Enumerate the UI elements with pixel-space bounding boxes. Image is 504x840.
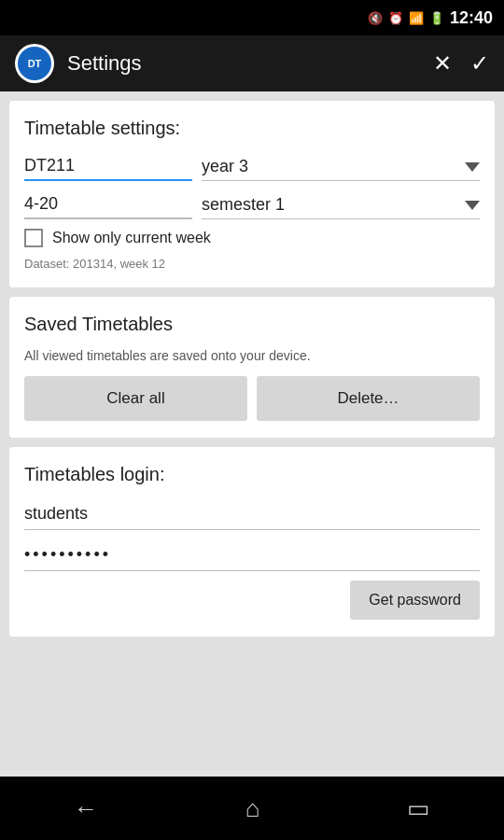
action-bar: DT Settings ✕ ✓ <box>0 35 504 91</box>
saved-timetables-card: Saved Timetables All viewed timetables a… <box>9 297 495 438</box>
get-password-row: Get password <box>24 581 480 620</box>
username-input[interactable] <box>24 498 480 530</box>
status-time: 12:40 <box>450 8 493 28</box>
week-range-input[interactable] <box>24 190 192 219</box>
battery-icon: 🔋 <box>429 11 444 25</box>
action-bar-actions: ✕ ✓ <box>433 50 489 77</box>
app-logo: DT <box>15 44 54 83</box>
timetable-settings-card: Timetable settings: year 3 semester 1 Sh… <box>9 101 495 287</box>
password-field <box>24 539 480 571</box>
alarm-icon: ⏰ <box>388 11 403 25</box>
saved-timetables-desc: All viewed timetables are saved onto you… <box>24 348 480 363</box>
username-field <box>24 498 480 530</box>
timetable-settings-title: Timetable settings: <box>24 118 480 139</box>
home-icon[interactable]: ⌂ <box>245 794 260 823</box>
status-bar: 🔇 ⏰ 📶 🔋 12:40 <box>0 0 504 35</box>
semester-dropdown-arrow <box>465 201 480 210</box>
year-value: year 3 <box>202 157 459 176</box>
course-code-input[interactable] <box>24 152 192 181</box>
year-dropdown[interactable]: year 3 <box>202 153 480 181</box>
semester-dropdown[interactable]: semester 1 <box>202 191 480 219</box>
timetables-login-title: Timetables login: <box>24 464 480 485</box>
current-week-label: Show only current week <box>52 230 211 246</box>
recent-icon[interactable]: ▭ <box>407 794 430 823</box>
status-icons: 🔇 ⏰ 📶 🔋 12:40 <box>368 8 493 28</box>
current-week-checkbox[interactable] <box>24 229 43 247</box>
confirm-icon[interactable]: ✓ <box>470 50 489 77</box>
dataset-info: Dataset: 201314, week 12 <box>24 257 480 271</box>
current-week-row: Show only current week <box>24 229 480 247</box>
year-dropdown-arrow <box>465 162 480 172</box>
clear-all-button[interactable]: Clear all <box>24 376 247 421</box>
signal-icon: 📶 <box>409 11 424 25</box>
timetables-login-card: Timetables login: Get password <box>9 447 495 637</box>
week-range-field <box>24 190 192 219</box>
action-bar-title: Settings <box>67 51 433 76</box>
delete-button[interactable]: Delete… <box>257 376 480 421</box>
logo-inner: DT <box>18 47 51 80</box>
password-input[interactable] <box>24 539 480 571</box>
content-area: Timetable settings: year 3 semester 1 Sh… <box>0 91 504 777</box>
week-row: semester 1 <box>24 190 480 219</box>
bottom-nav: ← ⌂ ▭ <box>0 777 504 840</box>
close-icon[interactable]: ✕ <box>433 50 452 77</box>
saved-timetables-title: Saved Timetables <box>24 314 480 335</box>
course-row: year 3 <box>24 152 480 181</box>
mute-icon: 🔇 <box>368 11 383 25</box>
back-icon[interactable]: ← <box>74 794 98 823</box>
semester-value: semester 1 <box>202 195 459 215</box>
course-code-field <box>24 152 192 181</box>
timetables-buttons-row: Clear all Delete… <box>24 376 480 421</box>
get-password-button[interactable]: Get password <box>350 581 480 620</box>
